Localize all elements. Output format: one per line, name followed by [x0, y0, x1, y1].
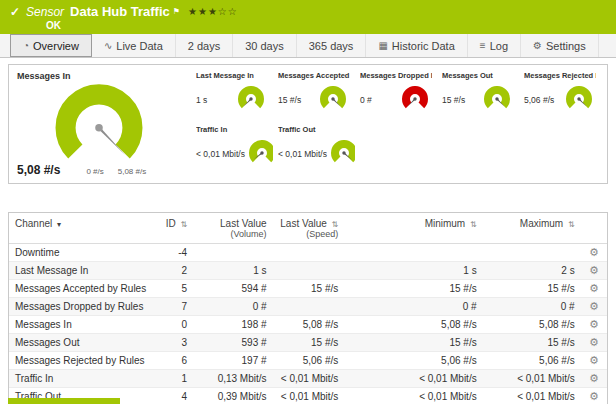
channel-table: Channel ▾ ID ⇅ Last Value (Volume) Last …	[9, 213, 607, 404]
sort-icon: ⇅	[180, 220, 187, 229]
footer-accent-bar	[8, 398, 120, 404]
tab-live-data[interactable]: ∿ Live Data	[92, 34, 176, 57]
channel-settings-gear-icon[interactable]: ⚙	[581, 262, 607, 280]
gauge-value: 5,06 #/s	[524, 95, 554, 105]
channel-settings-gear-icon[interactable]: ⚙	[581, 352, 607, 370]
priority-stars[interactable]: ★★★☆☆	[188, 6, 238, 17]
gauge-value: 15 #/s	[278, 95, 301, 105]
gauge-scale-min: 0 #/s	[86, 167, 103, 176]
sensor-header: ✓ Sensor Data Hub Traffic ⚑ ★★★☆☆ OK	[0, 0, 616, 34]
page-title: Data Hub Traffic	[70, 4, 170, 19]
tab-label: 365 days	[309, 40, 354, 52]
primary-gauge-value: 5,08 #/s	[17, 163, 60, 177]
gauges-panel: Messages In 5,08 #/s 0 #/s 5,08 #/s Last…	[8, 64, 608, 184]
tab-log[interactable]: ≡ Log	[468, 34, 521, 57]
sort-icon: ⇅	[470, 220, 477, 229]
messages-in-gauge	[36, 81, 162, 173]
status-badge: OK	[46, 20, 606, 31]
tab-label: 30 days	[245, 40, 284, 52]
gauge-messages-dropped: Messages Dropped by Rules 0 #	[355, 69, 437, 123]
gauge-icon: ◔	[23, 40, 29, 51]
flag-icon: ⚑	[173, 7, 180, 16]
gauge-value: < 0,01 Mbit/s	[196, 149, 245, 159]
tab-2-days[interactable]: 2 days	[176, 34, 233, 57]
tab-settings[interactable]: ⚙ Settings	[521, 34, 599, 57]
channel-settings-gear-icon[interactable]: ⚙	[581, 244, 607, 262]
tab-label: Historic Data	[392, 40, 455, 52]
small-gauges-grid: Last Message In 1 s Messages Accepted by…	[183, 69, 601, 179]
column-header-id[interactable]: ID ⇅	[152, 213, 193, 244]
tab-bar: ◔ Overview ∿ Live Data 2 days 30 days 36…	[0, 34, 616, 58]
gauge-last-message-in: Last Message In 1 s	[191, 69, 273, 123]
mini-gauge	[562, 86, 596, 114]
table-row[interactable]: Messages Rejected by Rules 6 197 # 5,06 …	[9, 352, 607, 370]
gauge-messages-out: Messages Out 15 #/s	[437, 69, 519, 123]
status-check-icon: ✓	[10, 5, 20, 19]
table-row[interactable]: Messages In 0 198 # 5,08 #/s 5,08 #/s 5,…	[9, 316, 607, 334]
mini-gauge	[234, 86, 268, 114]
gauge-value: 15 #/s	[442, 95, 465, 105]
gauge-value: 1 s	[196, 95, 207, 105]
mini-gauge	[245, 140, 273, 168]
sort-desc-icon: ▾	[57, 220, 61, 229]
column-header-tools	[581, 213, 607, 244]
tab-historic-data[interactable]: ▦ Historic Data	[366, 34, 467, 57]
column-header-maximum[interactable]: Maximum ⇅	[483, 213, 581, 244]
gauge-value: < 0,01 Mbit/s	[278, 149, 327, 159]
tab-label: Log	[490, 40, 508, 52]
gauge-scale-max: 5,08 #/s	[118, 167, 146, 176]
mini-gauge	[480, 86, 514, 114]
table-row[interactable]: Downtime -4 ⚙	[9, 244, 607, 262]
channel-settings-gear-icon[interactable]: ⚙	[581, 388, 607, 404]
chart-icon: ▦	[378, 40, 387, 51]
tab-label: Settings	[546, 40, 586, 52]
column-header-minimum[interactable]: Minimum ⇅	[344, 213, 482, 244]
gauge-traffic-in: Traffic In < 0,01 Mbit/s	[191, 123, 273, 177]
channel-settings-gear-icon[interactable]: ⚙	[581, 298, 607, 316]
channel-settings-gear-icon[interactable]: ⚙	[581, 370, 607, 388]
table-row[interactable]: Traffic In 1 0,13 Mbit/s < 0,01 Mbit/s <…	[9, 370, 607, 388]
tab-overview[interactable]: ◔ Overview	[10, 34, 92, 57]
channel-table-panel: Channel ▾ ID ⇅ Last Value (Volume) Last …	[8, 212, 608, 404]
table-row[interactable]: Messages Out 3 593 # 15 #/s 15 #/s 15 #/…	[9, 334, 607, 352]
tab-label: Overview	[33, 40, 79, 52]
mini-gauge	[327, 140, 355, 168]
primary-gauge-label: Messages In	[15, 69, 183, 81]
list-icon: ≡	[480, 40, 486, 51]
table-row[interactable]: Last Message In 2 1 s 1 s 2 s ⚙	[9, 262, 607, 280]
sort-icon: ⇅	[568, 220, 575, 229]
column-header-last-value-volume[interactable]: Last Value (Volume)	[193, 213, 272, 244]
gauge-traffic-out: Traffic Out < 0,01 Mbit/s	[273, 123, 355, 177]
primary-gauge-block: Messages In 5,08 #/s 0 #/s 5,08 #/s	[15, 69, 183, 179]
gauge-messages-rejected: Messages Rejected by Rules 5,06 #/s	[519, 69, 601, 123]
sort-icon: ⇅	[332, 220, 339, 229]
channel-settings-gear-icon[interactable]: ⚙	[581, 280, 607, 298]
channel-settings-gear-icon[interactable]: ⚙	[581, 334, 607, 352]
tab-label: Live Data	[116, 40, 162, 52]
column-header-last-value-speed[interactable]: Last Value ⇅ (Speed)	[273, 213, 345, 244]
table-row[interactable]: Messages Dropped by Rules 7 0 # 0 # 0 # …	[9, 298, 607, 316]
object-kind-label: Sensor	[26, 5, 64, 19]
gauge-messages-accepted: Messages Accepted by Rules 15 #/s	[273, 69, 355, 123]
live-wave-icon: ∿	[104, 40, 112, 51]
tab-label: 2 days	[188, 40, 220, 52]
tab-365-days[interactable]: 365 days	[297, 34, 367, 57]
column-header-channel[interactable]: Channel ▾	[9, 213, 152, 244]
channel-settings-gear-icon[interactable]: ⚙	[581, 316, 607, 334]
gear-icon: ⚙	[533, 40, 542, 51]
mini-gauge	[398, 86, 432, 114]
table-row[interactable]: Messages Accepted by Rules 5 594 # 15 #/…	[9, 280, 607, 298]
gauge-value: 0 #	[360, 95, 372, 105]
tab-30-days[interactable]: 30 days	[233, 34, 297, 57]
mini-gauge	[316, 86, 350, 114]
